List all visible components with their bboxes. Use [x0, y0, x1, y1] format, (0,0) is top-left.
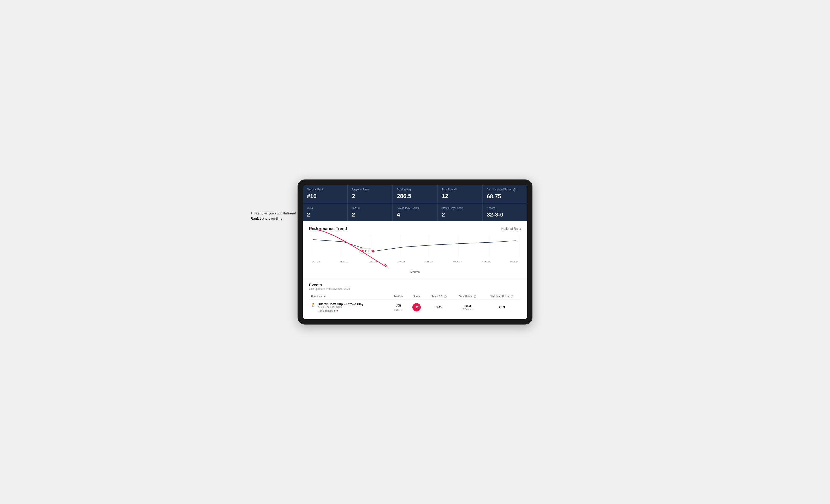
chart-inner: #10 OCT 23 NOV 23 DEC 23 JAN 24 FEB 24 M…	[309, 235, 521, 263]
perf-title: Performance Trend	[309, 227, 347, 231]
stat-top3s-label: Top 3s	[352, 206, 388, 210]
chart-area: #10 OCT 23 NOV 23 DEC 23 JAN 24 FEB 24 M…	[309, 235, 521, 269]
stat-record-value: 32-8-0	[487, 211, 523, 218]
event-date: Oct 9 – Oct 10, 2023	[318, 306, 363, 309]
event-name: Buster Cozy Cup – Stroke Play	[318, 302, 363, 306]
event-sg-info-icon[interactable]: ⓘ	[444, 295, 447, 298]
rank-impact-arrow: ▼	[336, 309, 339, 312]
performance-trend-section: Performance Trend National Rank	[303, 221, 527, 278]
tablet-screen: National Rank #10 Regional Rank 2 Scorin…	[303, 185, 527, 319]
stat-top3s: Top 3s 2	[348, 203, 392, 221]
chart-tooltip: #10	[359, 248, 372, 254]
stat-regional-rank-value: 2	[352, 193, 388, 200]
stat-scoring-avg-label: Scoring Avg.	[397, 188, 433, 191]
x-label-jan: JAN 24	[397, 260, 405, 263]
x-label-oct: OCT 23	[312, 260, 320, 263]
annotation-text: This shows you your National Rank trend …	[251, 211, 303, 221]
stat-total-rounds-value: 12	[442, 193, 478, 200]
col-position: Position	[389, 294, 408, 300]
col-total-points: Total Points ⓘ	[453, 294, 483, 300]
events-table-header-row: Event Name Position Score Event SG ⓘ	[309, 294, 521, 300]
events-section: Events Last updated: 24th November 2023 …	[303, 278, 527, 319]
stat-national-rank-label: National Rank	[307, 188, 343, 191]
stat-total-rounds: Total Rounds 12	[438, 185, 482, 203]
trend-line	[313, 239, 516, 251]
position-cell: 6th out of 7	[389, 300, 408, 315]
stat-avg-weighted-label: Avg. Weighted Points ⓘ	[487, 188, 523, 191]
event-sg-cell: 0.45	[425, 300, 453, 315]
total-points-info-icon[interactable]: ⓘ	[474, 295, 476, 298]
perf-header: Performance Trend National Rank	[309, 227, 521, 231]
score-badge: -22	[412, 303, 421, 311]
stat-avg-weighted-value: 68.75	[487, 193, 523, 200]
trend-dot-dec	[372, 250, 375, 252]
col-event-name: Event Name	[309, 294, 389, 300]
x-labels: OCT 23 NOV 23 DEC 23 JAN 24 FEB 24 MAR 2…	[309, 260, 521, 263]
stats-header-row1: National Rank #10 Regional Rank 2 Scorin…	[303, 185, 527, 203]
position-sub: out of 7	[394, 309, 402, 311]
x-label-feb: FEB 24	[425, 260, 433, 263]
score-cell: -22	[408, 300, 425, 315]
stat-wins-value: 2	[307, 211, 343, 218]
stat-wins: Wins 2	[303, 203, 347, 221]
stat-scoring-avg-value: 286.5	[397, 193, 433, 200]
event-icon-golf: 🏌️	[311, 303, 316, 307]
table-row: 🏌️ Buster Cozy Cup – Stroke Play Oct 9 –…	[309, 300, 521, 315]
stats-header-row2: Wins 2 Top 3s 2 Stroke Play Events 4 Mat…	[303, 203, 527, 221]
stat-stroke-play-label: Stroke Play Events	[397, 206, 433, 210]
x-label-apr: APR 24	[482, 260, 490, 263]
stat-record-label: Record	[487, 206, 523, 210]
x-axis-title: Months	[309, 270, 521, 273]
events-title: Events	[309, 282, 521, 287]
stat-regional-rank: Regional Rank 2	[348, 185, 392, 203]
stat-regional-rank-label: Regional Rank	[352, 188, 388, 191]
stat-match-play-label: Match Play Events	[442, 206, 478, 210]
stat-record: Record 32-8-0	[483, 203, 527, 221]
stat-national-rank: National Rank #10	[303, 185, 347, 203]
avg-weighted-info-icon[interactable]: ⓘ	[513, 188, 516, 192]
stat-match-play-value: 2	[442, 211, 478, 218]
weighted-points-value: 28.3	[499, 305, 505, 309]
stat-stroke-play-value: 4	[397, 211, 433, 218]
event-name-cell: 🏌️ Buster Cozy Cup – Stroke Play Oct 9 –…	[309, 300, 389, 315]
outer-wrapper: This shows you your National Rank trend …	[297, 179, 533, 325]
stat-scoring-avg: Scoring Avg. 286.5	[392, 185, 437, 203]
x-label-dec: DEC 23	[369, 260, 377, 263]
weighted-points-info-icon[interactable]: ⓘ	[511, 295, 513, 298]
rank-impact: Rank Impact: 3 ▼	[318, 309, 363, 312]
x-label-nov: NOV 23	[340, 260, 348, 263]
col-weighted-points: Weighted Points ⓘ	[483, 294, 521, 300]
total-points-sub: 3 Rounds	[455, 308, 481, 310]
stat-match-play: Match Play Events 2	[438, 203, 482, 221]
stat-wins-label: Wins	[307, 206, 343, 210]
col-event-sg: Event SG ⓘ	[425, 294, 453, 300]
events-last-updated: Last updated: 24th November 2023	[309, 288, 521, 290]
weighted-points-cell: 28.3	[483, 300, 521, 315]
tooltip-value: #10	[364, 249, 369, 253]
events-table: Event Name Position Score Event SG ⓘ	[309, 294, 521, 315]
col-score: Score	[408, 294, 425, 300]
stat-total-rounds-label: Total Rounds	[442, 188, 478, 191]
stat-national-rank-value: #10	[307, 193, 343, 200]
total-points-cell: 28.3 3 Rounds	[453, 300, 483, 315]
tablet-device: National Rank #10 Regional Rank 2 Scorin…	[297, 179, 533, 325]
x-label-may: MAY 24	[510, 260, 518, 263]
perf-subtitle: National Rank	[501, 227, 521, 231]
x-label-mar: MAR 24	[453, 260, 462, 263]
tooltip-dot	[361, 250, 363, 252]
stat-avg-weighted: Avg. Weighted Points ⓘ 68.75	[483, 185, 527, 203]
total-points-value: 28.3	[455, 304, 481, 308]
stat-top3s-value: 2	[352, 211, 388, 218]
stat-stroke-play: Stroke Play Events 4	[392, 203, 437, 221]
chart-svg	[309, 235, 521, 257]
